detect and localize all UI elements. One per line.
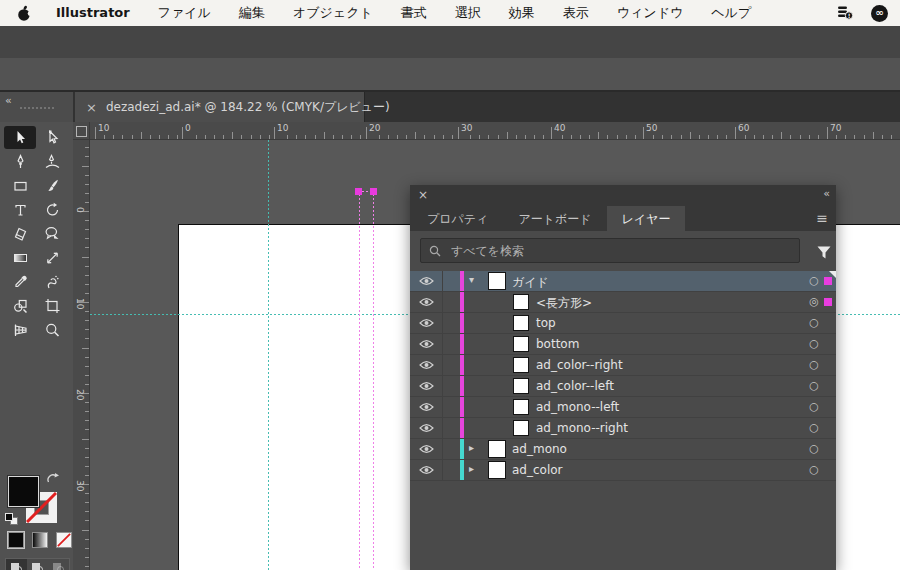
layer-thumbnail[interactable] xyxy=(513,315,529,331)
tool-scale[interactable] xyxy=(37,246,69,269)
tab-close-icon[interactable]: × xyxy=(75,100,97,115)
tool-selection[interactable] xyxy=(4,126,36,149)
layer-target-icon[interactable]: ○ xyxy=(806,421,822,434)
layer-thumbnail[interactable] xyxy=(488,440,506,458)
layer-collapsed-chevron-icon[interactable]: ▸ xyxy=(469,442,474,453)
layer-row-bottom[interactable]: bottom○ xyxy=(410,334,836,355)
menu-item-書式[interactable]: 書式 xyxy=(387,0,441,26)
layer-row-ad_mono[interactable]: ▸ad_mono○ xyxy=(410,439,836,460)
layer-thumbnail[interactable] xyxy=(513,378,529,394)
tool-pen[interactable] xyxy=(4,150,36,173)
menu-item-編集[interactable]: 編集 xyxy=(225,0,279,26)
menu-item-効果[interactable]: 効果 xyxy=(495,0,549,26)
tool-direct-selection[interactable] xyxy=(37,126,69,149)
color-button[interactable] xyxy=(8,532,24,548)
creative-cloud-icon[interactable]: ∞ xyxy=(871,5,888,22)
tool-eyedropper[interactable] xyxy=(4,270,36,293)
menu-item-ウィンドウ[interactable]: ウィンドウ xyxy=(603,0,698,26)
layer-thumbnail[interactable] xyxy=(488,461,506,479)
visibility-toggle-icon[interactable] xyxy=(410,355,443,375)
layer-target-icon[interactable]: ○ xyxy=(806,379,822,392)
layer-row-top[interactable]: top○ xyxy=(410,313,836,334)
panel-tab-プロパティ[interactable]: プロパティ xyxy=(412,206,503,231)
layer-target-icon[interactable]: ◎ xyxy=(806,295,822,308)
tool-comment[interactable] xyxy=(37,222,69,245)
visibility-toggle-icon[interactable] xyxy=(410,397,443,417)
visibility-toggle-icon[interactable] xyxy=(410,271,443,291)
visibility-toggle-icon[interactable] xyxy=(410,460,443,480)
layer-row-ガイド[interactable]: ▾ガイド○ xyxy=(410,271,836,292)
visibility-toggle-icon[interactable] xyxy=(410,376,443,396)
layer-row-ad_color[interactable]: ▸ad_color○ xyxy=(410,460,836,481)
menu-item-ファイル[interactable]: ファイル xyxy=(144,0,225,26)
tool-eraser[interactable] xyxy=(4,222,36,245)
layer-thumbnail[interactable] xyxy=(513,357,529,373)
panel-collapse-icon[interactable]: « xyxy=(823,187,828,200)
draw-normal-button[interactable] xyxy=(6,559,27,570)
default-fill-stroke-icon[interactable] xyxy=(5,513,20,526)
layer-name[interactable]: ad_color--left xyxy=(536,379,614,393)
layer-name[interactable]: ガイド xyxy=(512,274,549,291)
tool-paintbrush[interactable] xyxy=(37,174,69,197)
layer-name[interactable]: ad_mono--left xyxy=(536,400,619,414)
apple-menu-icon[interactable] xyxy=(17,5,32,22)
layer-row-ad_color--left[interactable]: ad_color--left○ xyxy=(410,376,836,397)
draw-behind-button[interactable] xyxy=(27,559,48,570)
tool-perspective-grid[interactable] xyxy=(4,318,36,341)
visibility-toggle-icon[interactable] xyxy=(410,418,443,438)
layer-target-icon[interactable]: ○ xyxy=(806,316,822,329)
visibility-toggle-icon[interactable] xyxy=(410,292,443,312)
swap-fill-stroke-icon[interactable] xyxy=(46,470,60,489)
document-tab[interactable]: × dezadezi_ad.ai* @ 184.22 % (CMYK/プレビュー… xyxy=(75,92,365,122)
layer-collapsed-chevron-icon[interactable]: ▸ xyxy=(469,463,474,474)
guide-vertical-cyan[interactable] xyxy=(268,140,269,570)
layer-thumbnail[interactable] xyxy=(488,272,506,290)
menu-item-オブジェクト[interactable]: オブジェクト xyxy=(279,0,387,26)
layer-target-icon[interactable]: ○ xyxy=(806,274,822,287)
panel-menu-icon[interactable]: ≡ xyxy=(816,210,828,226)
guide-vertical-magenta-left[interactable] xyxy=(359,194,360,570)
tool-rotate[interactable] xyxy=(37,198,69,221)
visibility-toggle-icon[interactable] xyxy=(410,334,443,354)
tool-gradient[interactable] xyxy=(4,246,36,269)
layer-name[interactable]: top xyxy=(536,316,556,330)
layer-thumbnail[interactable] xyxy=(513,420,529,436)
panel-tab-レイヤー[interactable]: レイヤー xyxy=(607,206,686,231)
layer-row-ad_color--right[interactable]: ad_color--right○ xyxy=(410,355,836,376)
guide-vertical-magenta-right[interactable] xyxy=(373,194,374,570)
layer-selection-chip[interactable] xyxy=(824,277,832,285)
guide-anchor-handle[interactable] xyxy=(370,188,377,195)
layer-thumbnail[interactable] xyxy=(513,399,529,415)
horizontal-ruler[interactable]: 10010203040506070 xyxy=(90,122,900,140)
tool-artboard[interactable] xyxy=(37,294,69,317)
tool-zoom[interactable] xyxy=(37,318,69,341)
menu-item-表示[interactable]: 表示 xyxy=(549,0,603,26)
panel-tab-アートボード[interactable]: アートボード xyxy=(503,206,606,231)
layers-search-input[interactable] xyxy=(449,243,799,259)
layer-expanded-chevron-icon[interactable]: ▾ xyxy=(469,274,474,285)
gradient-button[interactable] xyxy=(32,532,48,548)
toolbar-grip[interactable] xyxy=(19,106,55,110)
ruler-origin-corner[interactable] xyxy=(73,122,90,140)
layer-name[interactable]: <長方形> xyxy=(536,295,592,312)
layer-row-ad_mono--right[interactable]: ad_mono--right○ xyxy=(410,418,836,439)
menu-item-ヘルプ[interactable]: ヘルプ xyxy=(697,0,765,26)
filter-icon[interactable] xyxy=(817,244,831,263)
tool-symbol-sprayer[interactable] xyxy=(37,270,69,293)
toolbar-collapse-icon[interactable]: « xyxy=(5,94,10,107)
layer-thumbnail[interactable] xyxy=(513,294,529,310)
layer-row-<長方形>[interactable]: <長方形>◎ xyxy=(410,292,836,313)
fill-proxy[interactable] xyxy=(8,476,39,507)
layer-target-icon[interactable]: ○ xyxy=(806,442,822,455)
layer-name[interactable]: bottom xyxy=(536,337,579,351)
layer-target-icon[interactable]: ○ xyxy=(806,358,822,371)
layer-target-icon[interactable]: ○ xyxy=(806,337,822,350)
layer-name[interactable]: ad_color xyxy=(512,463,563,477)
menu-item-illustrator[interactable]: Illustrator xyxy=(42,0,144,26)
layer-target-icon[interactable]: ○ xyxy=(806,463,822,476)
tool-curvature[interactable] xyxy=(37,150,69,173)
guide-anchor-handle[interactable] xyxy=(355,188,362,195)
tool-rectangle[interactable] xyxy=(4,174,36,197)
vertical-ruler[interactable]: 0102030 xyxy=(73,140,90,570)
layer-thumbnail[interactable] xyxy=(513,336,529,352)
